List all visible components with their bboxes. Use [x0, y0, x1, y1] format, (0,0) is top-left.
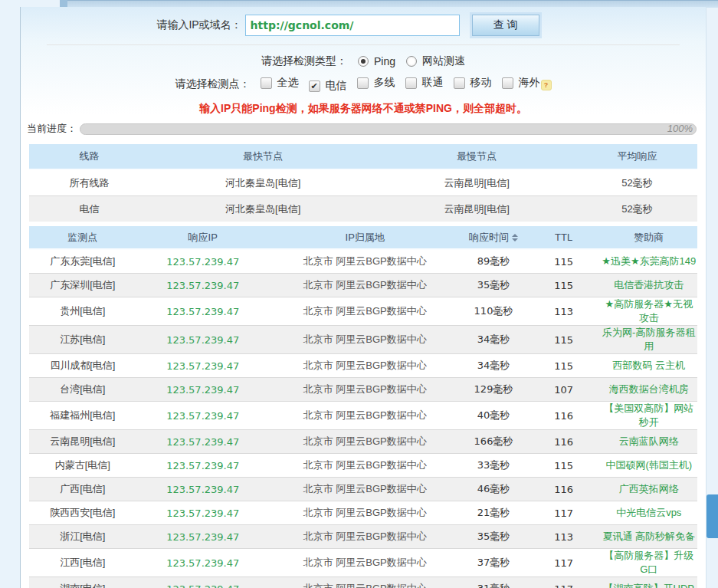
cell-sponsor: 云南蓝队网络 [601, 430, 697, 454]
table-row: 台湾[电信]123.57.239.47北京市 阿里云BGP数据中心129毫秒10… [29, 378, 697, 402]
cell-response-ip: 123.57.239.47 [136, 402, 270, 430]
check-option[interactable]: ✔电信 [309, 79, 347, 93]
cell-ttl: 113 [527, 525, 601, 549]
sponsor-link[interactable]: 电信香港抗攻击 [614, 279, 684, 291]
sponsor-link[interactable]: 【美国双高防】网站秒开 [604, 402, 693, 428]
sponsor-link[interactable]: 【高防服务器】升级G口 [604, 550, 693, 575]
cell-ip-geo: 北京市 阿里云BGP数据中心 [270, 525, 461, 549]
cell-ip-geo: 北京市 阿里云BGP数据中心 [270, 297, 461, 326]
checkbox-label: 全选 [277, 76, 299, 90]
checkbox-icon[interactable] [502, 77, 513, 89]
checkbox-checked-icon[interactable]: ✔ [309, 80, 320, 92]
radio-label: Ping [374, 55, 395, 67]
cell-ip-geo: 北京市 阿里云BGP数据中心 [270, 549, 461, 577]
cell-ttl: 113 [527, 297, 601, 326]
cell-ttl: 107 [527, 378, 601, 402]
cell-location: 四川成都[电信] [29, 354, 136, 378]
cell-ip-geo: 北京市 阿里云BGP数据中心 [270, 478, 461, 501]
cell-ttl: 116 [527, 478, 601, 501]
sponsor-link[interactable]: ★高防服务器★无视攻击 [605, 298, 693, 324]
checkbox-icon[interactable] [454, 77, 465, 89]
summary-cell: 电信 [29, 196, 149, 222]
summary-cell: 河北秦皇岛[电信] [149, 169, 376, 196]
cell-ip-geo: 北京市 阿里云BGP数据中心 [270, 378, 461, 402]
main-panel: 请输入IP或域名： 查 询 请选择检测类型： Ping网站测速 请选择检测点： … [20, 7, 707, 588]
checkbox-label: 电信 [326, 79, 347, 93]
summary-table: 线路最快节点最慢节点平均响应 所有线路河北秦皇岛[电信]云南昆明[电信]52毫秒… [29, 144, 697, 222]
cell-ip-geo: 北京市 阿里云BGP数据中心 [270, 430, 461, 454]
sponsor-link[interactable]: 中光电信云vps [616, 507, 681, 518]
cell-location: 江西[电信] [29, 549, 136, 577]
check-option[interactable]: 全选 [261, 76, 299, 90]
sort-icon[interactable] [512, 234, 518, 241]
cell-location: 江苏[电信] [29, 326, 136, 354]
query-button[interactable]: 查 询 [472, 15, 539, 36]
progress-label: 当前进度： [27, 122, 77, 136]
summary-cell: 河北秦皇岛[电信] [149, 196, 376, 222]
sponsor-link[interactable]: 西部数码 云主机 [612, 360, 685, 371]
result-table-body: 广东东莞[电信]123.57.239.47北京市 阿里云BGP数据中心89毫秒1… [29, 249, 697, 588]
sponsor-link[interactable]: 广西英拓网络 [619, 483, 679, 494]
table-row: 广东东莞[电信]123.57.239.47北京市 阿里云BGP数据中心89毫秒1… [29, 249, 697, 274]
check-option[interactable]: 多线 [357, 76, 395, 90]
checkbox-icon[interactable] [357, 77, 369, 89]
cell-ttl: 115 [527, 454, 601, 478]
check-option[interactable]: 移动 [454, 76, 492, 90]
checkbox-label: 多线 [374, 76, 395, 90]
radio-option[interactable]: 网站测速 [406, 54, 465, 68]
test-type-options: Ping网站测速 [347, 54, 465, 69]
cell-response-ip: 123.57.239.47 [136, 478, 270, 501]
summary-row: 电信河北秦皇岛[电信]云南昆明[电信]52毫秒 [29, 196, 697, 222]
help-icon[interactable]: ? [541, 80, 552, 90]
sponsor-link[interactable]: 海西数据台湾机房 [609, 383, 689, 395]
summary-header-cell: 线路 [29, 144, 149, 169]
sponsor-link[interactable]: 乐为网-高防服务器租用 [602, 327, 695, 352]
cell-response-time: 35毫秒 [460, 274, 526, 297]
cell-response-ip: 123.57.239.47 [136, 354, 270, 378]
cell-ip-geo: 北京市 阿里云BGP数据中心 [270, 249, 461, 274]
radio-option[interactable]: Ping [358, 55, 395, 67]
cell-sponsor: 广西英拓网络 [601, 478, 697, 501]
sponsor-link[interactable]: 【湖南高防】开UDP [604, 583, 694, 588]
sponsor-link[interactable]: 中国硕网(韩国主机) [605, 459, 692, 471]
result-header-cell: TTL [527, 226, 601, 249]
cell-sponsor: 【高防服务器】升级G口 [601, 549, 697, 577]
table-row: 湖南[电信]123.57.239.47北京市 阿里云BGP数据中心31毫秒117… [29, 577, 697, 588]
check-option[interactable]: 海外? [502, 76, 552, 90]
summary-header-cell: 平均响应 [577, 144, 697, 169]
cell-location: 台湾[电信] [29, 378, 136, 402]
cell-location: 湖南[电信] [29, 577, 136, 588]
table-row: 内蒙古[电信]123.57.239.47北京市 阿里云BGP数据中心33毫秒11… [29, 454, 697, 478]
cell-ttl: 117 [527, 577, 601, 588]
side-float-widget[interactable] [707, 494, 718, 538]
cell-location: 广东东莞[电信] [29, 249, 136, 274]
summary-cell: 云南昆明[电信] [376, 169, 577, 196]
table-row: 广西[电信]123.57.239.47北京市 阿里云BGP数据中心46毫秒116… [29, 478, 697, 501]
cell-sponsor: 【美国双高防】网站秒开 [601, 402, 697, 430]
result-header-cell[interactable]: 响应时间 [460, 226, 526, 249]
cell-response-time: 46毫秒 [460, 478, 526, 501]
result-header-cell: IP归属地 [270, 226, 461, 249]
summary-cell: 所有线路 [29, 169, 149, 196]
cell-sponsor: 电信香港抗攻击 [601, 274, 697, 297]
url-input[interactable] [245, 15, 460, 36]
sponsor-link[interactable]: ★迅美★东莞高防149 [602, 255, 696, 267]
cell-response-ip: 123.57.239.47 [136, 549, 270, 577]
sponsor-link[interactable]: 夏讯通 高防秒解免备 [602, 531, 695, 542]
checkbox-icon[interactable] [405, 77, 417, 89]
cell-response-time: 129毫秒 [460, 378, 526, 402]
table-row: 贵州[电信]123.57.239.47北京市 阿里云BGP数据中心110毫秒11… [29, 297, 697, 326]
cell-ip-geo: 北京市 阿里云BGP数据中心 [270, 577, 461, 588]
checkbox-icon[interactable] [261, 77, 272, 89]
result-header-cell: 响应IP [136, 226, 270, 249]
cell-response-time: 110毫秒 [460, 297, 526, 326]
progress-row: 当前进度： 100% [27, 123, 697, 135]
cell-location: 广西[电信] [29, 478, 136, 501]
summary-table-body: 所有线路河北秦皇岛[电信]云南昆明[电信]52毫秒电信河北秦皇岛[电信]云南昆明… [29, 169, 697, 222]
radio-icon[interactable] [406, 56, 417, 67]
sponsor-link[interactable]: 云南蓝队网络 [619, 435, 679, 447]
check-option[interactable]: 联通 [405, 76, 444, 90]
radio-selected-icon[interactable] [358, 56, 369, 67]
result-header-label: TTL [555, 232, 572, 243]
cell-response-time: 166毫秒 [460, 430, 526, 454]
